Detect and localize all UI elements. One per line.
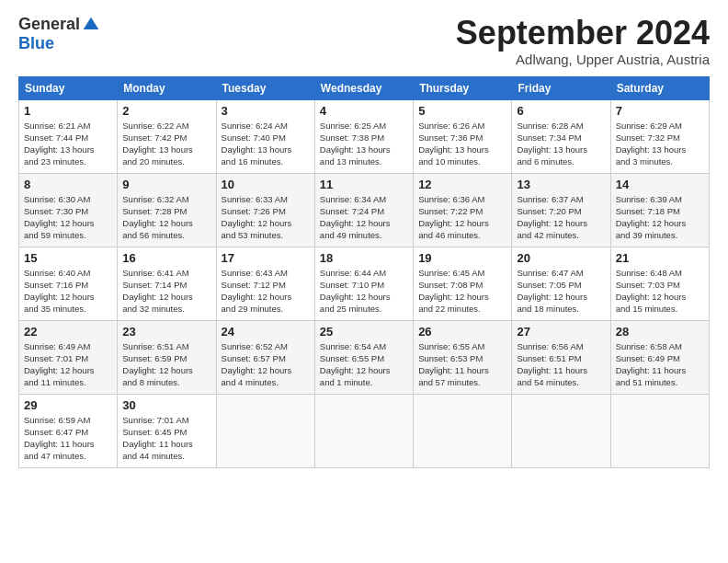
calendar-cell: 12Sunrise: 6:36 AM Sunset: 7:22 PM Dayli…: [414, 173, 512, 247]
calendar-cell: [314, 394, 413, 467]
day-info: Sunrise: 6:56 AM Sunset: 6:51 PM Dayligh…: [517, 340, 605, 389]
logo: General Blue: [18, 15, 100, 53]
day-number: 10: [222, 178, 310, 191]
calendar-cell: 8Sunrise: 6:30 AM Sunset: 7:30 PM Daylig…: [19, 173, 118, 247]
calendar-cell: 21Sunrise: 6:48 AM Sunset: 7:03 PM Dayli…: [610, 247, 709, 320]
day-number: 7: [616, 104, 704, 118]
day-number: 8: [24, 178, 112, 191]
title-block: September 2024 Adlwang, Upper Austria, A…: [456, 15, 710, 67]
day-number: 25: [320, 325, 408, 339]
calendar-cell: 1Sunrise: 6:21 AM Sunset: 7:44 PM Daylig…: [19, 99, 118, 173]
calendar-cell: 6Sunrise: 6:28 AM Sunset: 7:34 PM Daylig…: [512, 99, 610, 173]
day-number: 4: [320, 104, 408, 118]
calendar-header-saturday: Saturday: [610, 76, 709, 99]
calendar-header-thursday: Thursday: [414, 76, 512, 99]
calendar-cell: 2Sunrise: 6:22 AM Sunset: 7:42 PM Daylig…: [118, 99, 216, 173]
day-number: 17: [222, 251, 310, 265]
day-number: 5: [418, 104, 506, 118]
day-info: Sunrise: 6:34 AM Sunset: 7:24 PM Dayligh…: [320, 193, 408, 242]
day-info: Sunrise: 6:44 AM Sunset: 7:10 PM Dayligh…: [320, 267, 408, 316]
logo-blue-text: Blue: [18, 34, 54, 53]
day-number: 26: [418, 325, 506, 339]
day-info: Sunrise: 6:43 AM Sunset: 7:12 PM Dayligh…: [222, 267, 310, 316]
day-number: 1: [24, 104, 112, 118]
logo-icon: [82, 16, 100, 34]
calendar-cell: [216, 394, 314, 467]
day-number: 28: [616, 325, 704, 339]
calendar-cell: 25Sunrise: 6:54 AM Sunset: 6:55 PM Dayli…: [314, 320, 413, 394]
calendar-cell: 5Sunrise: 6:26 AM Sunset: 7:36 PM Daylig…: [414, 99, 512, 173]
calendar-week-row: 1Sunrise: 6:21 AM Sunset: 7:44 PM Daylig…: [19, 99, 710, 173]
day-number: 18: [320, 251, 408, 265]
day-number: 16: [122, 251, 210, 265]
calendar-cell: 15Sunrise: 6:40 AM Sunset: 7:16 PM Dayli…: [19, 247, 118, 320]
day-number: 21: [616, 251, 704, 265]
calendar-week-row: 29Sunrise: 6:59 AM Sunset: 6:47 PM Dayli…: [19, 394, 710, 467]
day-info: Sunrise: 6:40 AM Sunset: 7:16 PM Dayligh…: [24, 267, 112, 316]
calendar-header-friday: Friday: [512, 76, 610, 99]
calendar-cell: 22Sunrise: 6:49 AM Sunset: 7:01 PM Dayli…: [19, 320, 118, 394]
day-number: 29: [24, 398, 112, 412]
day-info: Sunrise: 6:33 AM Sunset: 7:26 PM Dayligh…: [222, 193, 310, 242]
day-info: Sunrise: 6:47 AM Sunset: 7:05 PM Dayligh…: [517, 267, 605, 316]
day-info: Sunrise: 6:51 AM Sunset: 6:59 PM Dayligh…: [122, 340, 210, 389]
calendar-cell: [610, 394, 709, 467]
day-info: Sunrise: 6:58 AM Sunset: 6:49 PM Dayligh…: [616, 340, 704, 389]
day-number: 19: [418, 251, 506, 265]
day-info: Sunrise: 7:01 AM Sunset: 6:45 PM Dayligh…: [122, 414, 210, 463]
day-info: Sunrise: 6:29 AM Sunset: 7:32 PM Dayligh…: [616, 120, 704, 168]
day-info: Sunrise: 6:24 AM Sunset: 7:40 PM Dayligh…: [222, 120, 310, 168]
day-number: 6: [517, 104, 605, 118]
location-subtitle: Adlwang, Upper Austria, Austria: [456, 52, 710, 67]
calendar-cell: [512, 394, 610, 467]
calendar-cell: 10Sunrise: 6:33 AM Sunset: 7:26 PM Dayli…: [216, 173, 314, 247]
svg-marker-0: [84, 17, 99, 29]
calendar-cell: 9Sunrise: 6:32 AM Sunset: 7:28 PM Daylig…: [118, 173, 216, 247]
day-info: Sunrise: 6:28 AM Sunset: 7:34 PM Dayligh…: [517, 120, 605, 168]
calendar-header-monday: Monday: [118, 76, 216, 99]
day-number: 11: [320, 178, 408, 191]
calendar-cell: 14Sunrise: 6:39 AM Sunset: 7:18 PM Dayli…: [610, 173, 709, 247]
day-info: Sunrise: 6:26 AM Sunset: 7:36 PM Dayligh…: [418, 120, 506, 168]
calendar-table: SundayMondayTuesdayWednesdayThursdayFrid…: [18, 76, 710, 468]
day-info: Sunrise: 6:55 AM Sunset: 6:53 PM Dayligh…: [418, 340, 506, 389]
calendar-cell: 16Sunrise: 6:41 AM Sunset: 7:14 PM Dayli…: [118, 247, 216, 320]
header-row: General Blue September 2024 Adlwang, Upp…: [18, 15, 710, 67]
calendar-header-wednesday: Wednesday: [314, 76, 413, 99]
page-container: General Blue September 2024 Adlwang, Upp…: [0, 0, 728, 477]
day-number: 12: [418, 178, 506, 191]
calendar-cell: 18Sunrise: 6:44 AM Sunset: 7:10 PM Dayli…: [314, 247, 413, 320]
day-number: 15: [24, 251, 112, 265]
calendar-cell: 11Sunrise: 6:34 AM Sunset: 7:24 PM Dayli…: [314, 173, 413, 247]
calendar-cell: 29Sunrise: 6:59 AM Sunset: 6:47 PM Dayli…: [19, 394, 118, 467]
day-info: Sunrise: 6:54 AM Sunset: 6:55 PM Dayligh…: [320, 340, 408, 389]
calendar-cell: 3Sunrise: 6:24 AM Sunset: 7:40 PM Daylig…: [216, 99, 314, 173]
logo-general-text: General: [18, 15, 80, 34]
calendar-week-row: 22Sunrise: 6:49 AM Sunset: 7:01 PM Dayli…: [19, 320, 710, 394]
calendar-cell: 19Sunrise: 6:45 AM Sunset: 7:08 PM Dayli…: [414, 247, 512, 320]
day-info: Sunrise: 6:37 AM Sunset: 7:20 PM Dayligh…: [517, 193, 605, 242]
day-number: 27: [517, 325, 605, 339]
day-info: Sunrise: 6:22 AM Sunset: 7:42 PM Dayligh…: [122, 120, 210, 168]
day-info: Sunrise: 6:30 AM Sunset: 7:30 PM Dayligh…: [24, 193, 112, 242]
day-number: 20: [517, 251, 605, 265]
day-info: Sunrise: 6:41 AM Sunset: 7:14 PM Dayligh…: [122, 267, 210, 316]
calendar-cell: 4Sunrise: 6:25 AM Sunset: 7:38 PM Daylig…: [314, 99, 413, 173]
day-number: 23: [122, 325, 210, 339]
calendar-cell: 26Sunrise: 6:55 AM Sunset: 6:53 PM Dayli…: [414, 320, 512, 394]
day-number: 2: [122, 104, 210, 118]
calendar-cell: 17Sunrise: 6:43 AM Sunset: 7:12 PM Dayli…: [216, 247, 314, 320]
day-info: Sunrise: 6:59 AM Sunset: 6:47 PM Dayligh…: [24, 414, 112, 463]
day-info: Sunrise: 6:45 AM Sunset: 7:08 PM Dayligh…: [418, 267, 506, 316]
calendar-week-row: 8Sunrise: 6:30 AM Sunset: 7:30 PM Daylig…: [19, 173, 710, 247]
day-info: Sunrise: 6:39 AM Sunset: 7:18 PM Dayligh…: [616, 193, 704, 242]
day-number: 22: [24, 325, 112, 339]
day-info: Sunrise: 6:52 AM Sunset: 6:57 PM Dayligh…: [222, 340, 310, 389]
day-number: 9: [122, 178, 210, 191]
day-info: Sunrise: 6:48 AM Sunset: 7:03 PM Dayligh…: [616, 267, 704, 316]
calendar-cell: 28Sunrise: 6:58 AM Sunset: 6:49 PM Dayli…: [610, 320, 709, 394]
day-number: 30: [122, 398, 210, 412]
calendar-cell: 24Sunrise: 6:52 AM Sunset: 6:57 PM Dayli…: [216, 320, 314, 394]
calendar-cell: 27Sunrise: 6:56 AM Sunset: 6:51 PM Dayli…: [512, 320, 610, 394]
day-number: 13: [517, 178, 605, 191]
